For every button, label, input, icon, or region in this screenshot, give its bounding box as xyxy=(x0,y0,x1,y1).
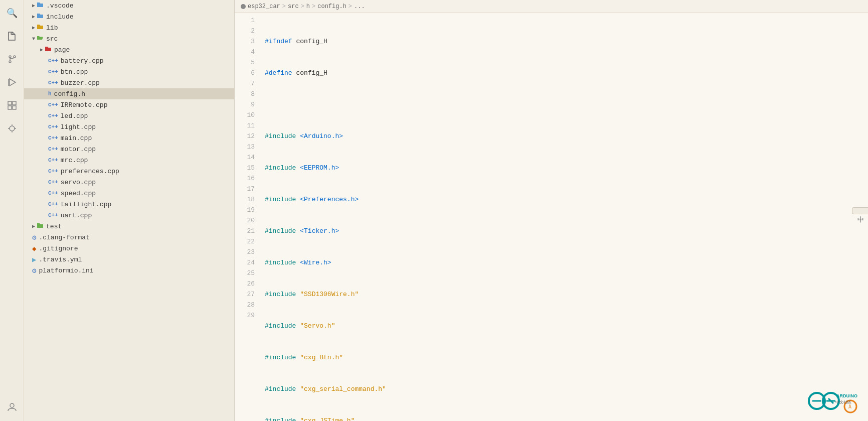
sidebar-item-page[interactable]: page xyxy=(24,44,234,55)
code-line-12: #include "cxg_serial_command.h" xyxy=(265,384,868,394)
arrow-icon xyxy=(32,36,35,42)
sidebar-item-label: servo.cpp xyxy=(61,179,96,186)
sidebar-item-taillight-cpp[interactable]: C++ taillight.cpp xyxy=(24,199,234,210)
svg-point-10 xyxy=(10,126,15,131)
cpp-file-icon: C++ xyxy=(48,157,58,163)
activity-bar: 🔍 xyxy=(0,0,24,421)
source-control-icon[interactable] xyxy=(3,50,21,68)
code-line-2: #define config_H xyxy=(265,68,868,78)
sidebar-item-btn-cpp[interactable]: C++ btn.cpp xyxy=(24,66,234,77)
sidebar-item-platformio-ini[interactable]: ⚙ platformio.ini xyxy=(24,265,234,276)
sidebar-item-buzzer-cpp[interactable]: C++ buzzer.cpp xyxy=(24,77,234,88)
sidebar-item-irremote-cpp[interactable]: C++ IRRemote.cpp xyxy=(24,99,234,110)
sidebar-item-battery-cpp[interactable]: C++ battery.cpp xyxy=(24,55,234,66)
sidebar-item-led-cpp[interactable]: C++ led.cpp xyxy=(24,110,234,121)
cpp-file-icon: C++ xyxy=(48,212,58,218)
sidebar-item-label: page xyxy=(54,46,70,54)
sidebar-item-test[interactable]: test xyxy=(24,221,234,232)
svg-marker-4 xyxy=(10,79,16,86)
sidebar-item-label: mrc.cpp xyxy=(61,157,88,164)
svg-rect-9 xyxy=(13,106,16,109)
sidebar-item-label: buzzer.cpp xyxy=(61,79,100,87)
h-file-icon: h xyxy=(48,91,52,97)
sidebar-item-lib[interactable]: lib xyxy=(24,22,234,33)
svg-rect-8 xyxy=(8,106,12,109)
run-icon[interactable] xyxy=(3,73,21,91)
sidebar-item-label: lib xyxy=(46,24,58,32)
breadcrumb-config-h[interactable]: config.h xyxy=(317,3,346,10)
cpp-file-icon: C++ xyxy=(48,124,58,130)
sidebar-item-light-cpp[interactable]: C++ light.cpp xyxy=(24,121,234,132)
account-icon[interactable] xyxy=(3,398,21,416)
sidebar-item-speed-cpp[interactable]: C++ speed.cpp xyxy=(24,188,234,199)
sidebar-item-motor-cpp[interactable]: C++ motor.cpp xyxy=(24,144,234,155)
folder-icon-red xyxy=(45,45,52,54)
ime-badge[interactable]: 中 xyxy=(852,207,868,214)
folder-icon xyxy=(37,1,44,10)
sidebar-item-label: uart.cpp xyxy=(61,212,92,219)
sidebar-item-label: .clang-format xyxy=(39,234,89,241)
git-icon: ◆ xyxy=(32,244,36,253)
cpp-file-icon: C++ xyxy=(48,190,58,196)
arrow-icon xyxy=(32,25,35,31)
sidebar-item-servo-cpp[interactable]: C++ servo.cpp xyxy=(24,177,234,188)
sidebar-item-clang-format[interactable]: ⚙ .clang-format xyxy=(24,232,234,243)
svg-text:A: A xyxy=(848,404,851,409)
breadcrumb-sep: > xyxy=(312,3,315,10)
debug-icon[interactable] xyxy=(3,119,21,137)
sidebar-item-uart-cpp[interactable]: C++ uart.cpp xyxy=(24,210,234,221)
code-line-10: #include "Servo.h" xyxy=(265,321,868,331)
sidebar-item-label: speed.cpp xyxy=(61,190,96,197)
cpp-file-icon: C++ xyxy=(48,69,58,75)
breadcrumb-h[interactable]: h xyxy=(306,3,310,10)
search-icon[interactable]: 🔍 xyxy=(3,4,21,22)
sidebar-item-label: config.h xyxy=(54,90,85,98)
arrow-icon xyxy=(32,3,35,9)
sidebar-item-travis-yml[interactable]: ▶ .travis.yml xyxy=(24,254,234,265)
sidebar-item-label: led.cpp xyxy=(61,112,88,120)
sidebar-item-gitignore[interactable]: ◆ .gitignore xyxy=(24,243,234,254)
sidebar-item-label: battery.cpp xyxy=(61,57,104,65)
cpp-file-icon: C++ xyxy=(48,179,58,185)
sidebar-item-label: .vscode xyxy=(46,2,74,10)
code-line-4: #include <Arduino.h> xyxy=(265,131,868,142)
sidebar-item-src[interactable]: src xyxy=(24,33,234,44)
sidebar-item-include[interactable]: include xyxy=(24,11,234,22)
code-content[interactable]: #ifndef config_H #define config_H #inclu… xyxy=(261,15,868,419)
cpp-file-icon: C++ xyxy=(48,146,58,152)
sidebar-item-config-h[interactable]: h config.h xyxy=(24,88,234,99)
explorer-icon[interactable] xyxy=(3,27,21,45)
cpp-file-icon: C++ xyxy=(48,135,58,141)
code-line-5: #include <EEPROM.h> xyxy=(265,163,868,173)
sidebar-item-preferences-cpp[interactable]: C++ preferences.cpp xyxy=(24,166,234,177)
sidebar-item-vscode[interactable]: .vscode xyxy=(24,0,234,11)
svg-rect-7 xyxy=(13,101,16,105)
breadcrumb-dots[interactable]: ... xyxy=(354,3,365,10)
extensions-icon[interactable] xyxy=(3,96,21,114)
cpp-file-icon: C++ xyxy=(48,168,58,174)
folder-icon xyxy=(37,12,44,21)
arduino-logo: A ARDUINO 中文社区 xyxy=(803,386,863,416)
sidebar-item-label: src xyxy=(46,35,58,43)
code-editor[interactable]: 12345 678910 1112131415 1617181920 21222… xyxy=(235,13,868,421)
sidebar-item-label: btn.cpp xyxy=(61,68,88,76)
cpp-file-icon: C++ xyxy=(48,80,58,86)
sidebar-item-main-cpp[interactable]: C++ main.cpp xyxy=(24,132,234,144)
svg-rect-6 xyxy=(8,101,12,105)
breadcrumb-sep: > xyxy=(349,3,352,10)
code-line-3 xyxy=(265,99,868,110)
breadcrumb-src[interactable]: src xyxy=(288,3,299,10)
sidebar-item-mrc-cpp[interactable]: C++ mrc.cpp xyxy=(24,155,234,166)
svg-text:ARDUINO: ARDUINO xyxy=(836,393,857,398)
breadcrumb-esp32car[interactable]: esp32_car xyxy=(248,3,280,10)
sidebar-item-label: IRRemote.cpp xyxy=(61,101,108,109)
gear-icon: ⚙ xyxy=(32,233,36,242)
sidebar-item-label: .travis.yml xyxy=(39,256,82,263)
svg-point-15 xyxy=(10,403,14,407)
breadcrumb-sep: > xyxy=(301,3,304,10)
folder-open-icon xyxy=(37,34,44,43)
code-line-13: #include "cxg_JSTime.h" xyxy=(265,415,868,421)
cpp-file-icon: C++ xyxy=(48,58,58,64)
sidebar-item-label: test xyxy=(46,223,62,230)
code-line-9: #include "SSD1306Wire.h" xyxy=(265,289,868,300)
